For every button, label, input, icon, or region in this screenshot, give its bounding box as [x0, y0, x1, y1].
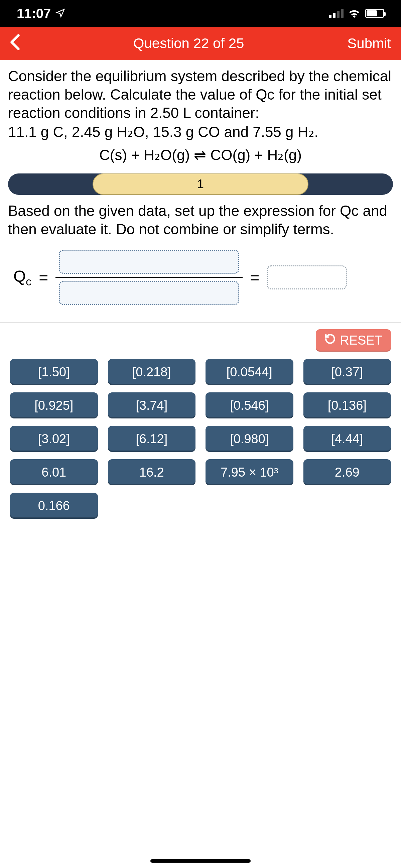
answer-tiles-area: RESET [1.50] [0.218] [0.0544] [0.37] [0.… — [0, 322, 401, 525]
signal-icon — [329, 9, 343, 18]
undo-icon — [325, 333, 336, 348]
tile-10[interactable]: [0.980] — [206, 426, 294, 452]
step-instruction: Based on the given data, set up the expr… — [0, 202, 401, 242]
question-prompt: Consider the equilibrium system describe… — [8, 67, 393, 122]
step-current[interactable]: 1 — [93, 174, 308, 195]
status-time: 11:07 — [17, 6, 51, 21]
tile-grid: [1.50] [0.218] [0.0544] [0.37] [0.925] [… — [10, 359, 391, 519]
fraction — [56, 250, 243, 305]
status-right — [329, 6, 384, 21]
tile-14[interactable]: 7.95 × 10³ — [206, 459, 294, 485]
reset-label: RESET — [340, 333, 382, 348]
tile-13[interactable]: 16.2 — [108, 459, 196, 485]
status-left: 11:07 — [17, 6, 65, 21]
tile-1[interactable]: [0.218] — [108, 359, 196, 385]
tile-6[interactable]: [0.546] — [206, 393, 294, 418]
tile-12[interactable]: 6.01 — [10, 459, 98, 485]
tile-4[interactable]: [0.925] — [10, 393, 98, 418]
equals-sign-2: = — [250, 269, 259, 287]
question-body: Consider the equilibrium system describe… — [0, 60, 401, 174]
question-counter: Question 22 of 25 — [30, 35, 347, 52]
question-given: 11.1 g C, 2.45 g H₂O, 15.3 g CO and 7.55… — [8, 123, 393, 141]
tile-16[interactable]: 0.166 — [10, 493, 98, 519]
wifi-icon — [348, 6, 360, 21]
numerator-slot[interactable] — [59, 250, 239, 274]
equals-sign-1: = — [39, 269, 48, 287]
status-bar: 11:07 — [0, 0, 401, 27]
home-indicator[interactable] — [150, 859, 251, 863]
fraction-line — [56, 277, 243, 278]
chemical-equation: C(s) + H₂O(g) ⇌ CO(g) + H₂(g) — [8, 146, 393, 164]
location-arrow-icon — [56, 6, 65, 21]
tile-3[interactable]: [0.37] — [303, 359, 391, 385]
tile-9[interactable]: [6.12] — [108, 426, 196, 452]
step-indicator: 1 — [0, 174, 401, 195]
tile-2[interactable]: [0.0544] — [206, 359, 294, 385]
back-button[interactable] — [10, 33, 30, 55]
tile-7[interactable]: [0.136] — [303, 393, 391, 418]
tile-15[interactable]: 2.69 — [303, 459, 391, 485]
qc-symbol: Qc — [13, 267, 31, 288]
result-slot[interactable] — [267, 266, 347, 289]
tile-0[interactable]: [1.50] — [10, 359, 98, 385]
app-header: Question 22 of 25 Submit — [0, 27, 401, 60]
submit-button[interactable]: Submit — [347, 35, 391, 52]
battery-icon — [365, 9, 384, 18]
reset-button[interactable]: RESET — [316, 329, 391, 351]
denominator-slot[interactable] — [59, 281, 239, 305]
qc-expression: Qc = = — [0, 242, 401, 322]
tile-8[interactable]: [3.02] — [10, 426, 98, 452]
tile-5[interactable]: [3.74] — [108, 393, 196, 418]
tile-11[interactable]: [4.44] — [303, 426, 391, 452]
